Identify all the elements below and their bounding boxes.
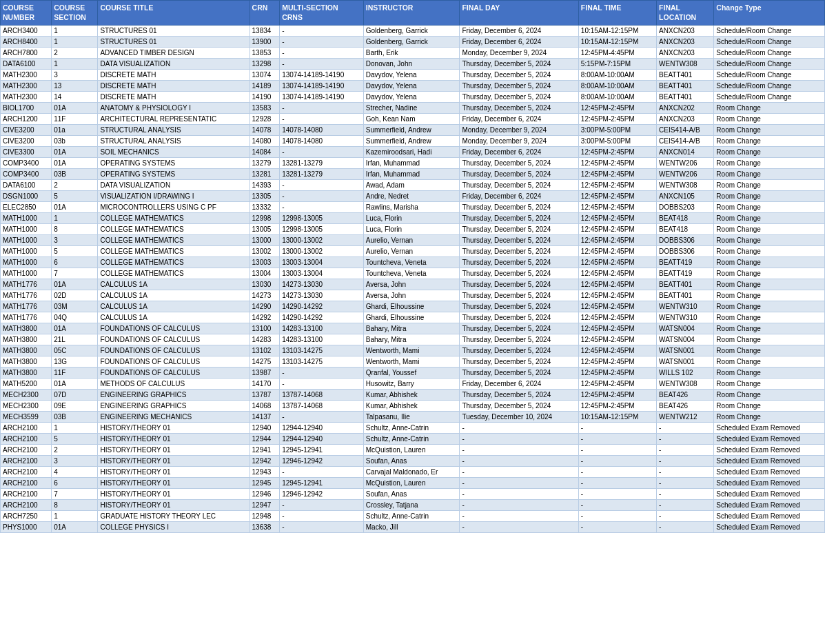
cell-40-8: -: [657, 467, 714, 478]
cell-15-7: 12:45PM-2:45PM: [578, 191, 656, 202]
cell-25-3: 14290: [249, 301, 280, 312]
cell-39-2: HISTORY/THEORY 01: [98, 456, 249, 467]
cell-11-3: 14084: [249, 147, 280, 158]
cell-17-8: BEAT418: [657, 213, 714, 224]
cell-37-7: -: [578, 434, 656, 445]
cell-10-0: CIVE3200: [1, 136, 52, 147]
cell-17-9: Room Change: [714, 213, 825, 224]
cell-26-9: Room Change: [714, 312, 825, 323]
table-row: MATH10001COLLEGE MATHEMATICS1299812998-1…: [1, 213, 825, 224]
cell-1-6: Friday, December 6, 2024: [460, 37, 578, 48]
cell-30-5: Wentworth, Mami: [363, 356, 460, 368]
cell-27-9: Room Change: [714, 323, 825, 334]
cell-40-7: -: [578, 467, 656, 478]
cell-19-0: MATH1000: [1, 235, 52, 246]
table-row: ARCH78002ADVANCED TIMBER DESIGN13853-Bar…: [1, 48, 825, 59]
table-row: ARCH21008HISTORY/THEORY 0112947-Crossley…: [1, 500, 825, 511]
cell-13-4: 13281-13279: [280, 169, 364, 180]
cell-28-9: Room Change: [714, 334, 825, 345]
cell-2-7: 12:45PM-4:45PM: [578, 48, 656, 59]
cell-13-5: Irfan, Muhammad: [363, 169, 460, 180]
cell-37-8: -: [657, 434, 714, 445]
cell-45-5: Macko, Jill: [363, 522, 460, 533]
cell-45-2: COLLEGE PHYSICS I: [98, 522, 249, 533]
cell-5-6: Thursday, December 5, 2024: [460, 81, 578, 92]
cell-39-4: 12946-12942: [280, 456, 364, 467]
cell-42-4: 12946-12942: [280, 489, 364, 500]
cell-37-1: 5: [52, 434, 98, 445]
cell-39-1: 3: [52, 456, 98, 467]
cell-25-9: Room Change: [714, 301, 825, 312]
cell-2-1: 2: [52, 48, 98, 59]
cell-24-7: 12:45PM-2:45PM: [578, 290, 656, 301]
column-header-multi-section-crns: MULTI-SECTIONCRNS: [280, 1, 364, 26]
table-row: MATH380001AFOUNDATIONS OF CALCULUS131001…: [1, 323, 825, 334]
cell-18-1: 8: [52, 224, 98, 235]
cell-44-3: 12948: [249, 511, 280, 522]
cell-41-2: HISTORY/THEORY 01: [98, 478, 249, 489]
table-row: CIVE320001aSTRUCTURAL ANALYSIS1407814078…: [1, 125, 825, 136]
cell-43-8: -: [657, 500, 714, 511]
cell-7-4: -: [280, 103, 364, 114]
table-row: COMP340003BOPERATING SYSTEMS1328113281-1…: [1, 169, 825, 180]
cell-27-1: 01A: [52, 323, 98, 334]
cell-19-4: 13000-13002: [280, 235, 364, 246]
cell-35-8: WENTW212: [657, 412, 714, 423]
cell-10-6: Monday, December 9, 2024: [460, 136, 578, 147]
table-row: CIVE320003bSTRUCTURAL ANALYSIS1408014078…: [1, 136, 825, 147]
cell-33-4: 13787-14068: [280, 390, 364, 401]
cell-3-5: Donovan, John: [363, 59, 460, 70]
cell-17-0: MATH1000: [1, 213, 52, 224]
cell-36-6: -: [460, 423, 578, 434]
cell-19-7: 12:45PM-2:45PM: [578, 235, 656, 246]
cell-6-9: Schedule/Room Change: [714, 92, 825, 103]
cell-1-7: 10:15AM-12:15PM: [578, 37, 656, 48]
cell-40-6: -: [460, 467, 578, 478]
cell-4-0: MATH2300: [1, 70, 52, 81]
table-row: ARCH21002HISTORY/THEORY 011294112945-129…: [1, 445, 825, 456]
table-row: COMP340001AOPERATING SYSTEMS1327913281-1…: [1, 158, 825, 169]
cell-38-3: 12941: [249, 445, 280, 456]
cell-43-0: ARCH2100: [1, 500, 52, 511]
cell-2-6: Monday, December 9, 2024: [460, 48, 578, 59]
cell-45-8: -: [657, 522, 714, 533]
cell-18-3: 13005: [249, 224, 280, 235]
cell-44-9: Scheduled Exam Removed: [714, 511, 825, 522]
cell-14-0: DATA6100: [1, 180, 52, 191]
cell-26-7: 12:45PM-2:45PM: [578, 312, 656, 323]
cell-32-0: MATH5200: [1, 379, 52, 390]
cell-40-5: Carvajal Maldonado, Er: [363, 467, 460, 478]
cell-33-5: Kumar, Abhishek: [363, 390, 460, 401]
cell-12-1: 01A: [52, 158, 98, 169]
cell-6-2: DISCRETE MATH: [98, 92, 249, 103]
cell-28-8: WATSN004: [657, 334, 714, 345]
table-row: DSGN10005VISUALIZATION I/DRAWING I13305-…: [1, 191, 825, 202]
cell-25-7: 12:45PM-2:45PM: [578, 301, 656, 312]
cell-43-4: -: [280, 500, 364, 511]
cell-10-2: STRUCTURAL ANALYSIS: [98, 136, 249, 147]
cell-35-9: Room Change: [714, 412, 825, 423]
cell-26-5: Ghardi, Elhoussine: [363, 312, 460, 323]
cell-25-6: Thursday, December 5, 2024: [460, 301, 578, 312]
cell-1-1: 1: [52, 37, 98, 48]
cell-40-0: ARCH2100: [1, 467, 52, 478]
cell-33-3: 13787: [249, 390, 280, 401]
cell-33-7: 12:45PM-2:45PM: [578, 390, 656, 401]
cell-28-7: 12:45PM-2:45PM: [578, 334, 656, 345]
cell-0-1: 1: [52, 26, 98, 37]
cell-0-5: Goldenberg, Garrick: [363, 26, 460, 37]
cell-20-9: Room Change: [714, 246, 825, 257]
cell-32-9: Room Change: [714, 379, 825, 390]
cell-22-8: BEATT419: [657, 268, 714, 279]
cell-34-9: Room Change: [714, 401, 825, 412]
cell-8-9: Room Change: [714, 114, 825, 125]
cell-0-4: -: [280, 26, 364, 37]
table-row: MATH380005CFOUNDATIONS OF CALCULUS131021…: [1, 345, 825, 356]
cell-45-0: PHYS1000: [1, 522, 52, 533]
cell-9-7: 3:00PM-5:00PM: [578, 125, 656, 136]
cell-36-0: ARCH2100: [1, 423, 52, 434]
cell-4-4: 13074-14189-14190: [280, 70, 364, 81]
cell-14-6: Thursday, December 5, 2024: [460, 180, 578, 191]
column-header-course-number: COURSENUMBER: [1, 1, 52, 26]
cell-22-9: Room Change: [714, 268, 825, 279]
